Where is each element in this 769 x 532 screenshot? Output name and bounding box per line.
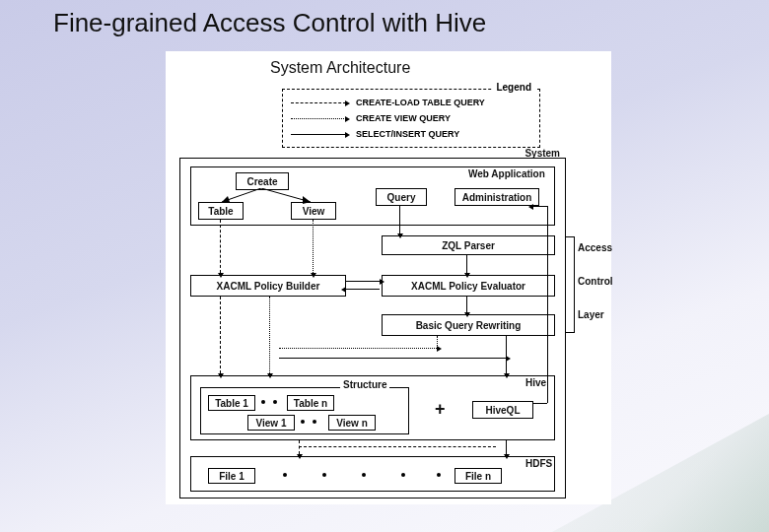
arrow-hive-hdfs-1 bbox=[299, 440, 300, 454]
slide: Fine-grained Access Control with Hive Sy… bbox=[0, 0, 769, 532]
legend-arrow-dashed bbox=[291, 102, 346, 103]
dot bbox=[401, 473, 405, 477]
structure-label: Structure bbox=[340, 379, 389, 390]
hive-label: Hive bbox=[525, 377, 546, 388]
arrow-builder-hive-1 bbox=[220, 297, 221, 373]
system-box: Web Application Create Table View Query … bbox=[179, 158, 566, 499]
svg-marker-3 bbox=[303, 196, 311, 204]
arrow-table-builder bbox=[220, 220, 221, 273]
legend-arrow-dotted bbox=[291, 118, 346, 119]
viewn-text: View n bbox=[336, 418, 368, 429]
view-text: View bbox=[303, 206, 325, 217]
table-text: Table bbox=[208, 206, 233, 217]
arrow-rw-dot-v bbox=[437, 336, 438, 348]
rewriting-text: Basic Query Rewriting bbox=[416, 320, 522, 331]
plus-icon: + bbox=[435, 399, 446, 420]
arrow-query-zql bbox=[399, 206, 400, 233]
arrow-rw-h2 bbox=[279, 358, 506, 359]
view1-box: View 1 bbox=[247, 415, 295, 431]
dot bbox=[322, 473, 326, 477]
arrow-b-e-2 bbox=[346, 289, 380, 290]
arrow-builder-hive-2 bbox=[269, 297, 270, 373]
view1-text: View 1 bbox=[256, 418, 287, 429]
builder-text: XACML Policy Builder bbox=[217, 281, 320, 292]
query-text: Query bbox=[387, 192, 416, 203]
legend-label-1: CREATE-LOAD TABLE QUERY bbox=[356, 98, 485, 107]
table1-box: Table 1 bbox=[208, 395, 255, 411]
viewn-box: View n bbox=[328, 415, 376, 431]
side-bracket bbox=[566, 236, 575, 333]
slide-title: Fine-grained Access Control with Hive bbox=[53, 8, 486, 38]
diagram-subtitle: System Architecture bbox=[270, 59, 410, 77]
legend-row-2: CREATE VIEW QUERY bbox=[291, 111, 451, 125]
dot bbox=[313, 420, 316, 424]
evaluator-box: XACML Policy Evaluator bbox=[382, 275, 555, 297]
zql-text: ZQL Parser bbox=[442, 240, 495, 251]
hiveql-box: HiveQL bbox=[472, 401, 533, 419]
rewriting-box: Basic Query Rewriting bbox=[382, 314, 555, 336]
legend-box: Legend CREATE-LOAD TABLE QUERY CREATE VI… bbox=[282, 89, 540, 148]
hdfs-label: HDFS bbox=[525, 458, 552, 469]
side-control: Control bbox=[578, 276, 613, 287]
create-text: Create bbox=[246, 176, 277, 187]
arrow-hive-hdfs-3 bbox=[506, 440, 507, 454]
legend-label-3: SELECT/INSERT QUERY bbox=[356, 129, 459, 139]
hiveql-text: HiveQL bbox=[485, 405, 520, 416]
arrow-b-e-1 bbox=[346, 281, 380, 282]
legend-tag: Legend bbox=[492, 82, 535, 93]
dot bbox=[261, 400, 265, 404]
admin-box: Administration bbox=[454, 188, 539, 206]
dot bbox=[273, 400, 277, 404]
file1-box: File 1 bbox=[208, 468, 255, 484]
table1-text: Table 1 bbox=[215, 398, 248, 409]
side-layer: Layer bbox=[578, 309, 604, 320]
legend-label-2: CREATE VIEW QUERY bbox=[356, 113, 451, 123]
builder-box: XACML Policy Builder bbox=[190, 275, 346, 297]
dot bbox=[362, 473, 366, 477]
arrow-zql-eval bbox=[466, 255, 467, 273]
admin-loop-top bbox=[533, 206, 547, 207]
dot bbox=[301, 420, 305, 424]
arrow-eval-rewr bbox=[466, 297, 467, 312]
file1-text: File 1 bbox=[219, 471, 245, 482]
arrow-rw-h1 bbox=[279, 348, 437, 349]
dot bbox=[283, 473, 287, 477]
dot bbox=[437, 473, 441, 477]
webapp-label: Web Application bbox=[468, 168, 545, 179]
evaluator-text: XACML Policy Evaluator bbox=[411, 281, 525, 292]
zql-box: ZQL Parser bbox=[382, 235, 555, 255]
tablen-box: Table n bbox=[287, 395, 334, 411]
svg-marker-1 bbox=[222, 196, 230, 202]
legend-arrow-solid bbox=[291, 134, 346, 135]
arrow-hive-hdfs-2 bbox=[299, 446, 496, 447]
admin-loop-bot bbox=[533, 403, 547, 404]
legend-row-1: CREATE-LOAD TABLE QUERY bbox=[291, 96, 485, 109]
filen-text: File n bbox=[465, 471, 491, 482]
arrow-rw-hive-v bbox=[506, 336, 507, 373]
admin-text: Administration bbox=[462, 192, 532, 203]
create-branch-icon bbox=[218, 188, 316, 206]
legend-row-3: SELECT/INSERT QUERY bbox=[291, 127, 459, 141]
side-access: Access bbox=[578, 242, 612, 253]
tablen-text: Table n bbox=[294, 398, 327, 409]
filen-box: File n bbox=[454, 468, 502, 484]
diagram-canvas: System Architecture Legend CREATE-LOAD T… bbox=[166, 51, 611, 504]
query-box: Query bbox=[376, 188, 427, 206]
arrow-view-builder bbox=[313, 220, 314, 273]
admin-loop-v bbox=[547, 206, 548, 403]
